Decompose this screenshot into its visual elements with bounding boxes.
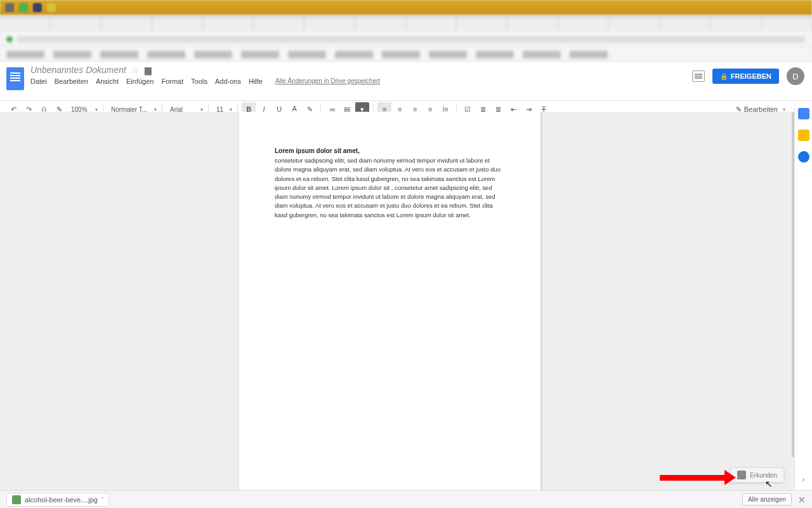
- download-filename: alcohol-beer-beve....jpg: [25, 496, 98, 504]
- download-item[interactable]: alcohol-beer-beve....jpg ˆ: [6, 493, 109, 507]
- document-paragraph[interactable]: consetetur sadipscing elitr, sed diam no…: [275, 156, 505, 220]
- show-all-downloads-button[interactable]: Alle anzeigen: [742, 493, 792, 505]
- menu-view[interactable]: Ansicht: [96, 77, 119, 85]
- side-panel: ›: [794, 103, 812, 490]
- share-button-label: FREIGEBEN: [731, 72, 771, 80]
- os-menu-bar: [0, 0, 812, 15]
- move-folder-icon[interactable]: ▆: [145, 65, 152, 75]
- comments-icon[interactable]: [692, 70, 705, 82]
- docs-logo-icon[interactable]: [6, 67, 24, 90]
- side-panel-collapse-icon[interactable]: ›: [802, 475, 805, 484]
- explore-button[interactable]: Erkunden: [730, 467, 784, 483]
- bookmarks-bar: [0, 47, 812, 62]
- menu-bar: Datei Bearbeiten Ansicht Einfügen Format…: [30, 77, 380, 85]
- lock-icon: 🔒: [720, 73, 728, 80]
- document-title[interactable]: Unbenanntes Dokument: [30, 65, 126, 75]
- close-download-shelf-button[interactable]: ✕: [798, 495, 806, 505]
- document-page[interactable]: Lorem ipsum dolor sit amet, consetetur s…: [239, 112, 540, 490]
- docs-header: Unbenanntes Dokument ☆ ▆ Datei Bearbeite…: [0, 62, 812, 100]
- menu-addons[interactable]: Add-ons: [215, 77, 241, 85]
- share-button[interactable]: 🔒 FREIGEBEN: [712, 69, 779, 84]
- file-image-icon: [12, 495, 21, 504]
- menu-file[interactable]: Datei: [30, 77, 47, 85]
- calendar-icon[interactable]: [798, 108, 809, 119]
- address-bar: [0, 32, 812, 47]
- menu-format[interactable]: Format: [161, 77, 183, 85]
- explore-label: Erkunden: [750, 472, 777, 479]
- download-shelf: alcohol-beer-beve....jpg ˆ Alle anzeigen…: [0, 490, 812, 508]
- menu-edit[interactable]: Bearbeiten: [55, 77, 88, 85]
- document-heading[interactable]: Lorem ipsum dolor sit amet,: [275, 147, 505, 154]
- save-status[interactable]: Alle Änderungen in Drive gespeichert: [275, 77, 380, 85]
- browser-tabs: [0, 15, 812, 32]
- keep-icon[interactable]: [798, 130, 809, 141]
- menu-help[interactable]: Hilfe: [249, 77, 263, 85]
- menu-tools[interactable]: Tools: [191, 77, 207, 85]
- account-avatar[interactable]: D: [787, 67, 804, 85]
- star-icon[interactable]: ☆: [131, 65, 140, 75]
- chevron-up-icon[interactable]: ˆ: [102, 497, 103, 503]
- document-canvas[interactable]: Lorem ipsum dolor sit amet, consetetur s…: [0, 112, 792, 490]
- explore-icon: [737, 471, 746, 479]
- tasks-icon[interactable]: [798, 151, 809, 163]
- menu-insert[interactable]: Einfügen: [126, 77, 154, 85]
